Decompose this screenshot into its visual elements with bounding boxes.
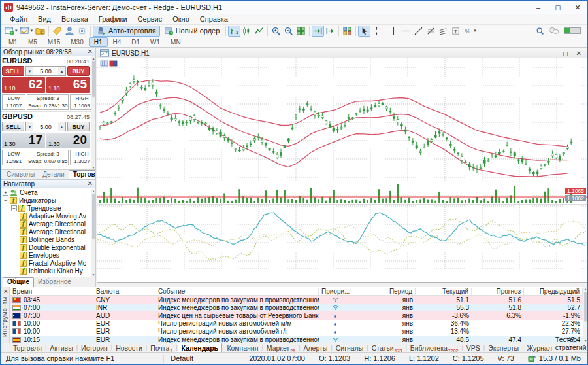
- menu-item-3[interactable]: Графики: [93, 15, 133, 23]
- column-header-7[interactable]: Предыдущий: [524, 288, 583, 295]
- column-header-3[interactable]: Приори...: [319, 288, 351, 295]
- timeframe-m30[interactable]: M30: [65, 37, 88, 47]
- toolbox-tab-13[interactable]: Эксперты: [485, 344, 522, 352]
- toolbox-tab-0[interactable]: Торговля: [10, 344, 45, 352]
- horizontal-line-button[interactable]: [400, 26, 412, 37]
- bar-chart-mode-button[interactable]: 1: [228, 26, 240, 37]
- timeframe-h4[interactable]: H4: [108, 37, 127, 47]
- auto-trading-button[interactable]: Авто-торговля: [93, 26, 160, 37]
- toolbox-tab-14[interactable]: Журнал: [523, 344, 555, 352]
- menu-item-4[interactable]: Сервис: [133, 15, 168, 23]
- tile-windows-button[interactable]: [295, 26, 307, 37]
- community-button[interactable]: [63, 26, 76, 37]
- chart-close-button[interactable]: ✕: [576, 50, 581, 57]
- symbol-name[interactable]: GBPUSD: [2, 113, 33, 120]
- calendar-row[interactable]: 10:00EURЧисло регистраций новых автомоби…: [10, 328, 583, 336]
- timeframe-mn[interactable]: MN: [165, 37, 186, 47]
- volume-stepper[interactable]: ▼5.00▲: [25, 66, 66, 76]
- toolbox-tab-6[interactable]: Компания: [223, 344, 261, 352]
- market-watch-tab-Торговля[interactable]: Торговля: [69, 170, 96, 179]
- tree-item[interactable]: −ƒТрендовые: [1, 204, 91, 212]
- collapse-icon[interactable]: −: [3, 198, 8, 203]
- toolbox-tab-2[interactable]: История: [78, 344, 111, 352]
- market-folder-button[interactable]: $: [34, 26, 46, 37]
- column-header-4[interactable]: Период: [351, 288, 416, 295]
- column-header-2[interactable]: Событие: [155, 288, 319, 295]
- column-header-6[interactable]: Прогноз: [472, 288, 524, 295]
- tree-item[interactable]: ƒIchimoku Kinko Hy: [1, 267, 91, 275]
- vertical-line-button[interactable]: [387, 26, 400, 37]
- calendar-row[interactable]: 03:45CNYИндекс менеджеров по закупкам в …: [10, 296, 583, 304]
- sell-button[interactable]: SELL: [2, 122, 24, 131]
- toolbox-tab-12[interactable]: VPS: [463, 344, 483, 352]
- column-header-0[interactable]: Время: [10, 288, 93, 295]
- chart-canvas[interactable]: 1.10651.1062: [97, 58, 587, 283]
- column-header-1[interactable]: Валюта: [93, 288, 155, 295]
- navigator-tab-Общие[interactable]: Общие: [3, 277, 34, 287]
- menu-item-2[interactable]: Вставка: [56, 15, 93, 23]
- new-order-button[interactable]: Новый ордер: [160, 26, 224, 37]
- ask-price[interactable]: 1.1065: [46, 77, 90, 93]
- bid-price[interactable]: 1.1062: [2, 77, 45, 93]
- tree-item[interactable]: +Счета: [1, 188, 91, 196]
- price-tag-button[interactable]: [51, 26, 63, 37]
- timeframe-m15[interactable]: M15: [42, 37, 65, 47]
- auto-scroll-button[interactable]: [312, 26, 324, 37]
- column-header-5[interactable]: Текущий: [416, 288, 472, 295]
- volume-decrease-button[interactable]: ▼: [26, 67, 33, 75]
- close-icon[interactable]: ✕: [3, 288, 8, 295]
- calendar-row[interactable]: 10:15EURИндекс менеджеров по закупкам в …: [10, 336, 583, 343]
- timeframe-h1[interactable]: H1: [89, 37, 108, 47]
- chart-minimize-button[interactable]: –: [551, 50, 555, 57]
- chart-shift-button[interactable]: [324, 26, 336, 37]
- volume-increase-button[interactable]: ▲: [58, 122, 65, 131]
- market-watch-scrollbar[interactable]: ▲▼: [91, 56, 95, 169]
- tree-item[interactable]: ƒAverage Directional: [1, 220, 91, 228]
- sell-button[interactable]: SELL: [2, 66, 24, 76]
- tree-item[interactable]: ƒAverage Directional: [1, 228, 91, 235]
- menu-item-6[interactable]: Справка: [195, 15, 233, 23]
- calendar-row[interactable]: 07:00INRИндекс менеджеров по закупкам в …: [10, 304, 583, 311]
- toolbox-tab-10[interactable]: Статьи678: [368, 344, 406, 352]
- ask-price[interactable]: 1.3020: [46, 133, 90, 148]
- chat-icon[interactable]: [549, 27, 559, 35]
- cursor-button[interactable]: [358, 26, 370, 37]
- buy-button[interactable]: BUY: [67, 66, 90, 76]
- toolbox-tab-1[interactable]: Активы: [46, 344, 76, 352]
- toolbox-tab-9[interactable]: Сигналы: [333, 344, 367, 352]
- expand-icon[interactable]: +: [3, 190, 8, 196]
- timeframe-w1[interactable]: W1: [145, 37, 165, 47]
- tree-item[interactable]: ƒAdaptive Moving Av: [1, 212, 91, 220]
- fibonacci-button[interactable]: [425, 26, 437, 37]
- market-watch-tab-Детали[interactable]: Детали: [39, 171, 68, 179]
- close-button[interactable]: ✕: [568, 1, 587, 14]
- new-chart-button[interactable]: ▾: [3, 26, 19, 37]
- calendar-row[interactable]: 10:00EURЧисло регистраций новых автомоби…: [10, 320, 583, 328]
- line-chart-mode-button[interactable]: [253, 26, 265, 37]
- broadcast-button[interactable]: [76, 26, 88, 37]
- shapes-button[interactable]: %▾: [462, 26, 478, 37]
- timeframe-m1[interactable]: M1: [3, 37, 23, 47]
- profiles-button[interactable]: ▾: [19, 26, 35, 37]
- indicators-button[interactable]: [341, 26, 353, 37]
- tree-item[interactable]: ƒEnvelopes: [1, 251, 91, 259]
- collapse-icon[interactable]: −: [11, 205, 17, 211]
- calendar-row[interactable]: 07:30AUDИндекс цен на сырьевые товары от…: [10, 311, 583, 319]
- channel-button[interactable]: [437, 26, 449, 37]
- close-icon[interactable]: ✕: [88, 181, 93, 187]
- text-button[interactable]: T: [449, 26, 462, 37]
- volume-stepper[interactable]: ▼5.00▲: [25, 122, 66, 131]
- zoom-out-button[interactable]: [282, 26, 295, 37]
- menu-item-0[interactable]: Файл: [5, 15, 33, 23]
- calendar-scrollbar[interactable]: ▲▼: [583, 287, 587, 343]
- menu-item-1[interactable]: Вид: [33, 15, 56, 23]
- timeframe-m5[interactable]: M5: [23, 37, 42, 47]
- status-profile[interactable]: Default: [163, 355, 242, 363]
- toolbox-tab-11[interactable]: Библиотека7202: [407, 344, 462, 352]
- navigator-scrollbar[interactable]: ▲▼: [91, 189, 95, 277]
- tree-item[interactable]: ƒFractal Adaptive Mc: [1, 259, 91, 267]
- trendline-button[interactable]: [412, 26, 425, 37]
- crosshair-button[interactable]: [370, 26, 383, 37]
- market-watch-tab-Символы[interactable]: Символы: [3, 171, 39, 179]
- chart-title-bar[interactable]: EURUSD,H1 – ◻ ✕: [97, 48, 587, 58]
